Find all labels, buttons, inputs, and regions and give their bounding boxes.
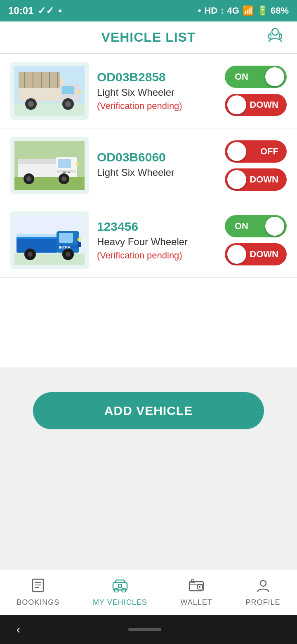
vehicle-card: OD03B2858 Light Six Wheeler (Verificatio…: [0, 54, 297, 128]
svg-rect-24: [58, 159, 71, 168]
svg-point-17: [65, 101, 71, 107]
nav-label-profile: PROFILE: [246, 598, 280, 607]
verification-status-1: (Verification pending): [97, 101, 217, 111]
check-icon: ✓✓: [38, 5, 54, 17]
verification-status-3: (Verification pending): [97, 250, 217, 261]
vehicle-info-1: OD03B2858 Light Six Wheeler (Verificatio…: [97, 70, 217, 111]
svg-rect-46: [78, 242, 81, 247]
toggle-circle-down-1: [227, 95, 246, 114]
status-toggle-3[interactable]: ON: [225, 215, 287, 237]
hd-icon: •: [198, 5, 201, 16]
svg-point-28: [26, 176, 31, 181]
nav-label-bookings: BOOKINGS: [16, 598, 59, 607]
vehicle-id-1: OD03B2858: [97, 70, 217, 84]
vehicle-card-2: TATA OD03B6060 Light Six Wheeler OFF DOW…: [0, 128, 297, 203]
status-left: 10:01 ✓✓ •: [8, 5, 62, 17]
toggle-circle-1: [265, 67, 284, 86]
header: VEHICLE LIST: [0, 21, 297, 54]
down-toggle-1[interactable]: DOWN: [225, 94, 287, 116]
vehicles-icon: [112, 578, 128, 596]
vehicle-type-1: Light Six Wheeler: [97, 87, 217, 98]
toggle-label-down-2: DOWN: [250, 174, 278, 185]
vehicle-list: OD03B2858 Light Six Wheeler (Verificatio…: [0, 54, 297, 367]
status-toggle-1[interactable]: ON: [225, 66, 287, 88]
wallet-icon: [189, 578, 204, 596]
svg-rect-34: [16, 237, 58, 253]
bookings-icon: [31, 578, 45, 596]
nav-item-profile[interactable]: PROFILE: [246, 578, 280, 607]
vehicle-controls-1: ON DOWN: [225, 66, 287, 116]
svg-point-44: [66, 252, 71, 257]
vehicle-card-3: INTRA 123456 Heavy Four Wheeler (Verific…: [0, 203, 297, 278]
svg-text:TATA: TATA: [62, 170, 70, 174]
toggle-label-off-2: OFF: [260, 146, 278, 157]
nav-label-vehicles: MY VEHICLES: [93, 598, 147, 607]
vehicle-image-2: TATA: [10, 137, 89, 194]
network-info: HD ↕ 4G: [204, 5, 239, 16]
svg-point-58: [199, 586, 200, 588]
nav-label-wallet: WALLET: [181, 598, 212, 607]
status-toggle-2[interactable]: OFF: [225, 140, 287, 163]
toggle-circle-2: [227, 142, 246, 161]
nav-item-bookings[interactable]: BOOKINGS: [16, 578, 59, 607]
nav-item-wallet[interactable]: WALLET: [181, 578, 212, 607]
system-nav: ‹: [0, 615, 297, 644]
svg-point-42: [28, 252, 33, 257]
dot-icon: •: [58, 5, 61, 17]
vehicle-id-3: 123456: [97, 220, 217, 234]
signal-icon: 📶: [243, 5, 254, 16]
status-right: • HD ↕ 4G 📶 🔋 68%: [198, 5, 289, 16]
svg-rect-31: [75, 163, 79, 166]
vehicle-info-2: OD03B6060 Light Six Wheeler: [97, 150, 217, 181]
home-indicator[interactable]: [128, 628, 161, 631]
down-toggle-3[interactable]: DOWN: [225, 243, 287, 265]
svg-rect-38: [59, 233, 73, 243]
vehicle-image-3: INTRA: [10, 211, 89, 269]
status-bar: 10:01 ✓✓ • • HD ↕ 4G 📶 🔋 68%: [0, 0, 297, 21]
nav-item-vehicles[interactable]: MY VEHICLES: [93, 578, 147, 607]
svg-point-60: [260, 580, 266, 586]
vehicle-controls-3: ON DOWN: [225, 215, 287, 265]
toggle-circle-down-3: [227, 245, 246, 264]
battery-icon: 🔋 68%: [257, 5, 289, 16]
vehicle-id-2: OD03B6060: [97, 150, 217, 164]
toggle-label-on-3: ON: [235, 221, 248, 232]
toggle-label-down-1: DOWN: [250, 99, 278, 110]
support-icon[interactable]: [266, 26, 285, 49]
svg-point-30: [61, 176, 66, 181]
svg-point-15: [28, 101, 34, 107]
bottom-nav: BOOKINGS MY VEHICLES W: [0, 570, 297, 615]
svg-rect-13: [62, 86, 74, 94]
page-title: VEHICLE LIST: [101, 30, 196, 45]
toggle-circle-3: [265, 217, 284, 236]
vehicle-controls-2: OFF DOWN: [225, 140, 287, 191]
vehicle-type-2: Light Six Wheeler: [97, 167, 217, 178]
empty-space: [0, 446, 297, 570]
profile-icon: [256, 578, 270, 596]
vehicle-type-3: Heavy Four Wheeler: [97, 236, 217, 248]
svg-rect-4: [14, 103, 85, 116]
vehicle-info-3: 123456 Heavy Four Wheeler (Verification …: [97, 220, 217, 261]
svg-rect-22: [18, 159, 57, 164]
svg-rect-36: [16, 234, 58, 237]
svg-rect-45: [78, 238, 81, 241]
vehicle-image-1: [10, 62, 89, 120]
toggle-circle-down-2: [227, 170, 246, 189]
svg-rect-18: [78, 91, 81, 93]
toggle-label-down-3: DOWN: [250, 249, 278, 260]
svg-point-0: [272, 28, 278, 35]
add-vehicle-button[interactable]: ADD VEHICLE: [33, 392, 264, 429]
time: 10:01: [8, 5, 33, 17]
down-toggle-2[interactable]: DOWN: [225, 168, 287, 191]
back-button[interactable]: ‹: [16, 623, 20, 636]
add-vehicle-section: ADD VEHICLE: [0, 367, 297, 446]
svg-rect-54: [118, 584, 122, 587]
toggle-label-on-1: ON: [235, 71, 248, 82]
